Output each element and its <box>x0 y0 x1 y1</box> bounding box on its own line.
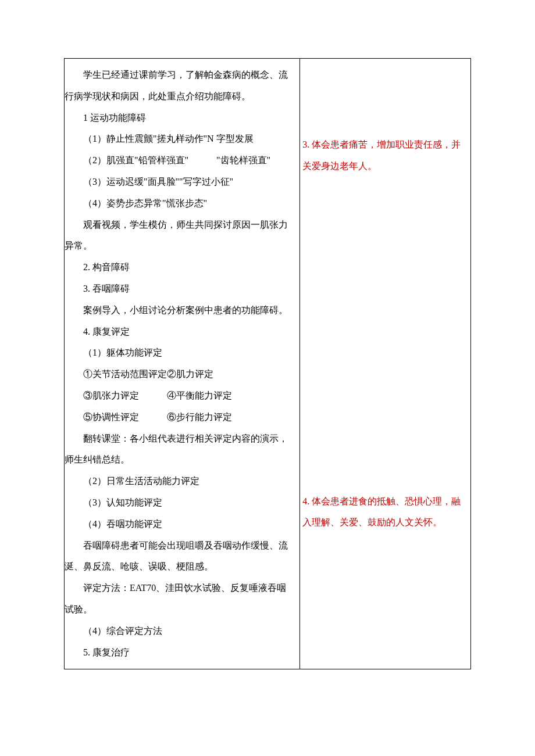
section-4-2: （2）日常生活活动能力评定 <box>65 471 295 492</box>
section-1-item-1: （1）静止性震颤"搓丸样动作"N 字型发展 <box>65 128 295 150</box>
section-3: 3. 吞咽障碍 <box>65 278 295 300</box>
section-1-item-4: （4）姿势步态异常"慌张步态" <box>65 193 295 214</box>
note-4: 4. 体会患者进食的抵触、恐惧心理，融入理解、关爱、鼓励的人文关怀。 <box>302 491 467 534</box>
eval-item-3: ③肌张力评定 <box>83 390 139 400</box>
intro-text: 学生已经通过课前学习，了解帕金森病的概念、流行病学现状和病因，此处重点介绍功能障… <box>65 65 295 108</box>
section-4-1-row-c: ⑤协调性评定⑥步行能力评定 <box>65 407 295 428</box>
section-4-1: （1）躯体功能评定 <box>65 342 295 364</box>
section-4: 4. 康复评定 <box>65 321 295 343</box>
section-1-item-2a: （2）肌强直"铅管样强直" <box>83 155 188 165</box>
section-4-1-row-a: ①关节活动范围评定②肌力评定 <box>65 364 295 385</box>
section-4-1-row-b: ③肌张力评定④平衡能力评定 <box>65 385 295 407</box>
flip-classroom: 翻转课堂：各小组代表进行相关评定内容的演示，师生纠错总结。 <box>65 428 295 471</box>
spacer-top <box>302 65 467 134</box>
section-1-item-2: （2）肌强直"铅管样强直""齿轮样强直" <box>65 150 295 171</box>
eval-item-4: ④平衡能力评定 <box>167 390 232 400</box>
note-3: 3. 体会患者痛苦，增加职业责任感，并关爱身边老年人。 <box>302 134 467 177</box>
section-4-3: （3）认知功能评定 <box>65 492 295 514</box>
right-cell: 3. 体会患者痛苦，增加职业责任感，并关爱身边老年人。 4. 体会患者进食的抵触… <box>300 59 471 669</box>
swallow-note: 吞咽障碍患者可能会出现咀嚼及吞咽动作缓慢、流涎、鼻反流、呛咳、误吸、梗阻感。 <box>65 535 295 578</box>
content-table: 学生已经通过课前学习，了解帕金森病的概念、流行病学现状和病因，此处重点介绍功能障… <box>64 58 471 669</box>
eval-item-6: ⑥步行能力评定 <box>167 412 232 422</box>
section-2: 2. 构音障碍 <box>65 257 295 278</box>
section-1-item-2b: "齿轮样强直" <box>216 155 270 165</box>
spacer-mid <box>302 177 467 491</box>
eval-item-5: ⑤协调性评定 <box>83 412 139 422</box>
section-1-title: 1 运动功能障碍 <box>65 108 295 129</box>
section-4-4: （4）吞咽功能评定 <box>65 514 295 535</box>
section-1-note: 观看视频，学生模仿，师生共同探讨原因一肌张力异常。 <box>65 214 295 257</box>
section-5: 5. 康复治疗 <box>65 642 295 664</box>
case-intro: 案例导入，小组讨论分析案例中患者的功能障碍。 <box>65 300 295 321</box>
section-4-5: （4）综合评定方法 <box>65 621 295 642</box>
section-1-item-3: （3）运动迟缓"面具脸""写字过小征" <box>65 171 295 193</box>
left-cell: 学生已经通过课前学习，了解帕金森病的概念、流行病学现状和病因，此处重点介绍功能障… <box>65 59 300 669</box>
eval-method: 评定方法：EAT70、洼田饮水试验、反复唾液吞咽试验。 <box>65 578 295 621</box>
